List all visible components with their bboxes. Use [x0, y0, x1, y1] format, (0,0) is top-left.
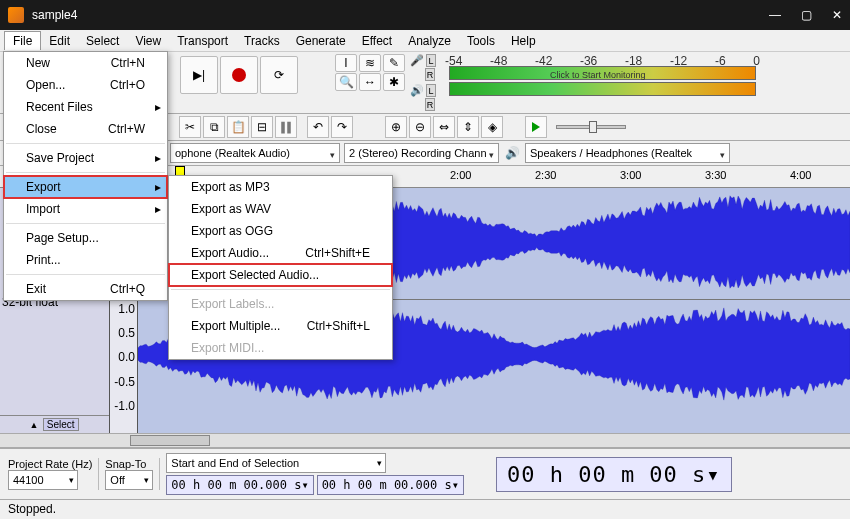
playback-meter[interactable]	[449, 82, 756, 96]
menu-generate[interactable]: Generate	[288, 32, 354, 50]
file-menu-print-[interactable]: Print...	[4, 249, 167, 271]
envelope-icon: ≋	[365, 56, 375, 70]
project-rate-label: Project Rate (Hz)	[8, 458, 92, 470]
zoom-in-button[interactable]: ⊕	[385, 116, 407, 138]
playback-device-combo[interactable]: Speakers / Headphones (Realtek	[525, 143, 730, 163]
envelope-tool-button[interactable]: ≋	[359, 54, 381, 72]
export-menu-export-as-mp-[interactable]: Export as MP3	[169, 176, 392, 198]
zoom-in-icon: ⊕	[391, 120, 401, 134]
fit-sel-icon: ⇔	[439, 120, 449, 134]
selection-mode-combo[interactable]: Start and End of Selection	[166, 453, 386, 473]
trim-button[interactable]: ⊟	[251, 116, 273, 138]
file-menu-page-setup-[interactable]: Page Setup...	[4, 227, 167, 249]
minimize-button[interactable]: —	[769, 8, 781, 22]
export-menu-export-as-wav[interactable]: Export as WAV	[169, 198, 392, 220]
export-menu-export-labels-: Export Labels...	[169, 293, 392, 315]
menu-tracks[interactable]: Tracks	[236, 32, 288, 50]
selection-start-time[interactable]: 00 h 00 m 00.000 s▾	[166, 475, 313, 495]
menu-view[interactable]: View	[127, 32, 169, 50]
menu-edit[interactable]: Edit	[41, 32, 78, 50]
timeshift-tool-button[interactable]: ↔	[359, 73, 381, 91]
redo-button[interactable]: ↷	[331, 116, 353, 138]
file-menu-new[interactable]: NewCtrl+N	[4, 52, 167, 74]
fit-proj-icon: ⇕	[463, 120, 473, 134]
selection-end-time[interactable]: 00 h 00 m 00.000 s▾	[317, 475, 464, 495]
file-menu-close[interactable]: CloseCtrl+W	[4, 118, 167, 140]
selection-toolbar: Project Rate (Hz) 44100 Snap-To Off Star…	[0, 448, 850, 499]
play-meter-r: R	[425, 98, 435, 111]
file-menu-dropdown: NewCtrl+NOpen...Ctrl+ORecent Files▸Close…	[3, 51, 168, 301]
pencil-icon: ✎	[389, 56, 399, 70]
audio-position-time[interactable]: 00 h 00 m 00 s▾	[496, 457, 732, 492]
ruler-tick: 4:00	[790, 169, 811, 181]
file-menu-export[interactable]: Export▸	[4, 176, 167, 198]
snap-to-label: Snap-To	[105, 458, 153, 470]
export-menu-export-midi-: Export MIDI...	[169, 337, 392, 359]
zoom-toggle-icon: ◈	[488, 120, 497, 134]
multi-tool-button[interactable]: ✱	[383, 73, 405, 91]
ruler-tick: 3:00	[620, 169, 641, 181]
status-bar: Stopped.	[0, 499, 850, 519]
copy-icon: ⧉	[210, 120, 219, 134]
fit-selection-button[interactable]: ⇔	[433, 116, 455, 138]
horizontal-scrollbar[interactable]	[0, 433, 850, 448]
paste-button[interactable]: 📋	[227, 116, 249, 138]
zoom-tool-button[interactable]: 🔍	[335, 73, 357, 91]
selection-tool-button[interactable]: I	[335, 54, 357, 72]
menu-transport[interactable]: Transport	[169, 32, 236, 50]
file-menu-exit[interactable]: ExitCtrl+Q	[4, 278, 167, 300]
ruler-tick: 2:30	[535, 169, 556, 181]
mic-meter-icon: 🎤	[410, 54, 424, 67]
playback-speed-slider[interactable]	[556, 125, 626, 129]
recording-channels-combo[interactable]: 2 (Stereo) Recording Chann	[344, 143, 499, 163]
play-at-speed-button[interactable]	[525, 116, 547, 138]
file-menu-open-[interactable]: Open...Ctrl+O	[4, 74, 167, 96]
speaker-meter-icon: 🔊	[410, 84, 424, 97]
record-icon	[232, 68, 246, 82]
copy-button[interactable]: ⧉	[203, 116, 225, 138]
draw-tool-button[interactable]: ✎	[383, 54, 405, 72]
rec-meter-l: L	[426, 54, 436, 67]
maximize-button[interactable]: ▢	[801, 8, 812, 22]
paste-icon: 📋	[231, 120, 246, 134]
project-rate-combo[interactable]: 44100	[8, 470, 78, 490]
menu-effect[interactable]: Effect	[354, 32, 400, 50]
record-button[interactable]	[220, 56, 258, 94]
recording-device-combo[interactable]: ophone (Realtek Audio)	[170, 143, 340, 163]
play-icon	[532, 122, 540, 132]
ruler-tick: 3:30	[705, 169, 726, 181]
export-submenu: Export as MP3Export as WAVExport as OGGE…	[168, 175, 393, 360]
silence-icon: ∥∥	[280, 120, 292, 134]
menu-analyze[interactable]: Analyze	[400, 32, 459, 50]
start-monitoring-text[interactable]: Click to Start Monitoring	[550, 70, 646, 80]
menubar: File Edit Select View Transport Tracks G…	[0, 30, 850, 52]
zoom-out-icon: ⊖	[415, 120, 425, 134]
menu-tools[interactable]: Tools	[459, 32, 503, 50]
zoom-toggle-button[interactable]: ◈	[481, 116, 503, 138]
menu-file[interactable]: File	[4, 31, 41, 50]
file-menu-import[interactable]: Import▸	[4, 198, 167, 220]
recording-meter[interactable]: Click to Start Monitoring	[449, 66, 756, 80]
zoom-out-button[interactable]: ⊖	[409, 116, 431, 138]
close-button[interactable]: ✕	[832, 8, 842, 22]
file-menu-recent-files[interactable]: Recent Files▸	[4, 96, 167, 118]
export-menu-export-multiple-[interactable]: Export Multiple...Ctrl+Shift+L	[169, 315, 392, 337]
ruler-tick: 2:00	[450, 169, 471, 181]
skip-end-button[interactable]: ▶|	[180, 56, 218, 94]
loop-button[interactable]: ⟳	[260, 56, 298, 94]
undo-button[interactable]: ↶	[307, 116, 329, 138]
scissors-icon: ✂	[185, 120, 195, 134]
undo-icon: ↶	[313, 120, 323, 134]
menu-select[interactable]: Select	[78, 32, 127, 50]
export-menu-export-as-ogg[interactable]: Export as OGG	[169, 220, 392, 242]
fit-project-button[interactable]: ⇕	[457, 116, 479, 138]
menu-help[interactable]: Help	[503, 32, 544, 50]
track-select-button[interactable]: Select	[43, 418, 79, 431]
snap-to-combo[interactable]: Off	[105, 470, 153, 490]
silence-button[interactable]: ∥∥	[275, 116, 297, 138]
cut-button[interactable]: ✂	[179, 116, 201, 138]
export-menu-export-selected-audio-[interactable]: Export Selected Audio...	[169, 264, 392, 286]
export-menu-export-audio-[interactable]: Export Audio...Ctrl+Shift+E	[169, 242, 392, 264]
file-menu-save-project[interactable]: Save Project▸	[4, 147, 167, 169]
magnify-icon: 🔍	[339, 75, 354, 89]
